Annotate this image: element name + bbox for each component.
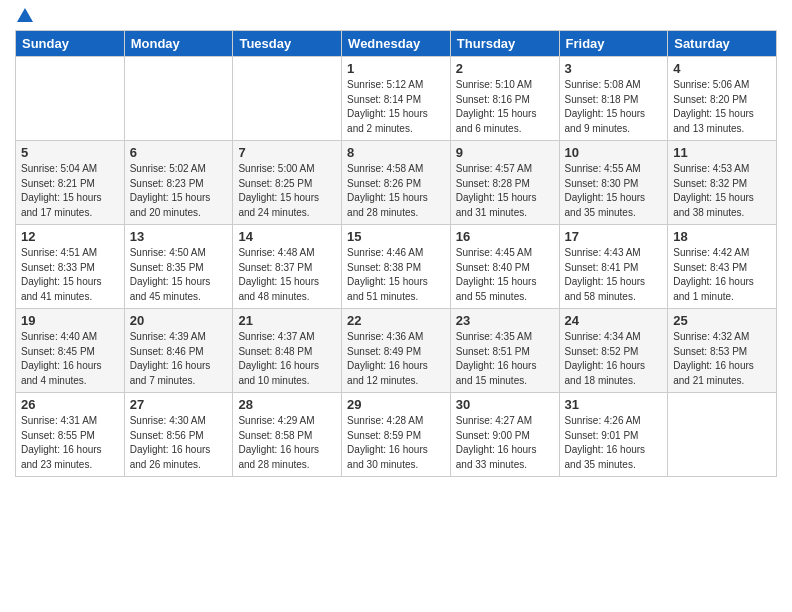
day-info: Sunrise: 4:36 AMSunset: 8:49 PMDaylight:… — [347, 330, 445, 388]
table-row: 20Sunrise: 4:39 AMSunset: 8:46 PMDayligh… — [124, 309, 233, 393]
day-number: 18 — [673, 229, 771, 244]
logo — [15, 10, 33, 22]
day-info: Sunrise: 4:40 AMSunset: 8:45 PMDaylight:… — [21, 330, 119, 388]
logo-triangle-icon — [17, 8, 33, 22]
table-row: 2Sunrise: 5:10 AMSunset: 8:16 PMDaylight… — [450, 57, 559, 141]
table-row: 8Sunrise: 4:58 AMSunset: 8:26 PMDaylight… — [342, 141, 451, 225]
day-info: Sunrise: 4:48 AMSunset: 8:37 PMDaylight:… — [238, 246, 336, 304]
day-info: Sunrise: 4:37 AMSunset: 8:48 PMDaylight:… — [238, 330, 336, 388]
day-info: Sunrise: 4:39 AMSunset: 8:46 PMDaylight:… — [130, 330, 228, 388]
day-number: 1 — [347, 61, 445, 76]
calendar: Sunday Monday Tuesday Wednesday Thursday… — [15, 30, 777, 477]
day-info: Sunrise: 4:43 AMSunset: 8:41 PMDaylight:… — [565, 246, 663, 304]
table-row: 14Sunrise: 4:48 AMSunset: 8:37 PMDayligh… — [233, 225, 342, 309]
table-row: 21Sunrise: 4:37 AMSunset: 8:48 PMDayligh… — [233, 309, 342, 393]
day-number: 23 — [456, 313, 554, 328]
day-number: 11 — [673, 145, 771, 160]
day-info: Sunrise: 4:32 AMSunset: 8:53 PMDaylight:… — [673, 330, 771, 388]
table-row: 5Sunrise: 5:04 AMSunset: 8:21 PMDaylight… — [16, 141, 125, 225]
table-row — [668, 393, 777, 477]
day-number: 19 — [21, 313, 119, 328]
day-number: 13 — [130, 229, 228, 244]
day-number: 22 — [347, 313, 445, 328]
day-info: Sunrise: 4:28 AMSunset: 8:59 PMDaylight:… — [347, 414, 445, 472]
day-number: 7 — [238, 145, 336, 160]
table-row: 12Sunrise: 4:51 AMSunset: 8:33 PMDayligh… — [16, 225, 125, 309]
table-row: 27Sunrise: 4:30 AMSunset: 8:56 PMDayligh… — [124, 393, 233, 477]
day-info: Sunrise: 5:10 AMSunset: 8:16 PMDaylight:… — [456, 78, 554, 136]
day-number: 26 — [21, 397, 119, 412]
col-monday: Monday — [124, 31, 233, 57]
table-row: 19Sunrise: 4:40 AMSunset: 8:45 PMDayligh… — [16, 309, 125, 393]
day-number: 29 — [347, 397, 445, 412]
day-number: 12 — [21, 229, 119, 244]
day-info: Sunrise: 4:31 AMSunset: 8:55 PMDaylight:… — [21, 414, 119, 472]
week-row-3: 12Sunrise: 4:51 AMSunset: 8:33 PMDayligh… — [16, 225, 777, 309]
day-info: Sunrise: 4:46 AMSunset: 8:38 PMDaylight:… — [347, 246, 445, 304]
day-number: 14 — [238, 229, 336, 244]
table-row — [124, 57, 233, 141]
table-row: 16Sunrise: 4:45 AMSunset: 8:40 PMDayligh… — [450, 225, 559, 309]
header-row: Sunday Monday Tuesday Wednesday Thursday… — [16, 31, 777, 57]
day-info: Sunrise: 4:29 AMSunset: 8:58 PMDaylight:… — [238, 414, 336, 472]
table-row: 29Sunrise: 4:28 AMSunset: 8:59 PMDayligh… — [342, 393, 451, 477]
col-wednesday: Wednesday — [342, 31, 451, 57]
day-info: Sunrise: 5:06 AMSunset: 8:20 PMDaylight:… — [673, 78, 771, 136]
page: Sunday Monday Tuesday Wednesday Thursday… — [0, 0, 792, 612]
table-row: 28Sunrise: 4:29 AMSunset: 8:58 PMDayligh… — [233, 393, 342, 477]
table-row: 17Sunrise: 4:43 AMSunset: 8:41 PMDayligh… — [559, 225, 668, 309]
table-row: 26Sunrise: 4:31 AMSunset: 8:55 PMDayligh… — [16, 393, 125, 477]
day-info: Sunrise: 4:35 AMSunset: 8:51 PMDaylight:… — [456, 330, 554, 388]
col-saturday: Saturday — [668, 31, 777, 57]
table-row: 6Sunrise: 5:02 AMSunset: 8:23 PMDaylight… — [124, 141, 233, 225]
day-number: 6 — [130, 145, 228, 160]
table-row: 10Sunrise: 4:55 AMSunset: 8:30 PMDayligh… — [559, 141, 668, 225]
day-number: 28 — [238, 397, 336, 412]
table-row: 30Sunrise: 4:27 AMSunset: 9:00 PMDayligh… — [450, 393, 559, 477]
col-friday: Friday — [559, 31, 668, 57]
day-info: Sunrise: 4:57 AMSunset: 8:28 PMDaylight:… — [456, 162, 554, 220]
day-number: 5 — [21, 145, 119, 160]
day-number: 30 — [456, 397, 554, 412]
table-row: 3Sunrise: 5:08 AMSunset: 8:18 PMDaylight… — [559, 57, 668, 141]
table-row: 22Sunrise: 4:36 AMSunset: 8:49 PMDayligh… — [342, 309, 451, 393]
day-number: 16 — [456, 229, 554, 244]
table-row: 13Sunrise: 4:50 AMSunset: 8:35 PMDayligh… — [124, 225, 233, 309]
table-row: 15Sunrise: 4:46 AMSunset: 8:38 PMDayligh… — [342, 225, 451, 309]
table-row — [16, 57, 125, 141]
day-info: Sunrise: 4:45 AMSunset: 8:40 PMDaylight:… — [456, 246, 554, 304]
day-info: Sunrise: 4:27 AMSunset: 9:00 PMDaylight:… — [456, 414, 554, 472]
day-number: 4 — [673, 61, 771, 76]
day-info: Sunrise: 4:30 AMSunset: 8:56 PMDaylight:… — [130, 414, 228, 472]
day-info: Sunrise: 4:55 AMSunset: 8:30 PMDaylight:… — [565, 162, 663, 220]
day-info: Sunrise: 4:50 AMSunset: 8:35 PMDaylight:… — [130, 246, 228, 304]
day-number: 24 — [565, 313, 663, 328]
day-info: Sunrise: 5:02 AMSunset: 8:23 PMDaylight:… — [130, 162, 228, 220]
day-info: Sunrise: 5:04 AMSunset: 8:21 PMDaylight:… — [21, 162, 119, 220]
table-row: 25Sunrise: 4:32 AMSunset: 8:53 PMDayligh… — [668, 309, 777, 393]
day-info: Sunrise: 4:58 AMSunset: 8:26 PMDaylight:… — [347, 162, 445, 220]
header — [15, 10, 777, 22]
day-number: 10 — [565, 145, 663, 160]
col-thursday: Thursday — [450, 31, 559, 57]
table-row: 18Sunrise: 4:42 AMSunset: 8:43 PMDayligh… — [668, 225, 777, 309]
week-row-2: 5Sunrise: 5:04 AMSunset: 8:21 PMDaylight… — [16, 141, 777, 225]
table-row: 11Sunrise: 4:53 AMSunset: 8:32 PMDayligh… — [668, 141, 777, 225]
day-info: Sunrise: 4:34 AMSunset: 8:52 PMDaylight:… — [565, 330, 663, 388]
day-info: Sunrise: 4:53 AMSunset: 8:32 PMDaylight:… — [673, 162, 771, 220]
week-row-1: 1Sunrise: 5:12 AMSunset: 8:14 PMDaylight… — [16, 57, 777, 141]
day-info: Sunrise: 5:12 AMSunset: 8:14 PMDaylight:… — [347, 78, 445, 136]
day-number: 17 — [565, 229, 663, 244]
week-row-4: 19Sunrise: 4:40 AMSunset: 8:45 PMDayligh… — [16, 309, 777, 393]
day-number: 8 — [347, 145, 445, 160]
table-row: 4Sunrise: 5:06 AMSunset: 8:20 PMDaylight… — [668, 57, 777, 141]
col-sunday: Sunday — [16, 31, 125, 57]
day-number: 15 — [347, 229, 445, 244]
day-number: 2 — [456, 61, 554, 76]
day-number: 21 — [238, 313, 336, 328]
day-number: 3 — [565, 61, 663, 76]
day-number: 27 — [130, 397, 228, 412]
day-info: Sunrise: 4:26 AMSunset: 9:01 PMDaylight:… — [565, 414, 663, 472]
table-row: 23Sunrise: 4:35 AMSunset: 8:51 PMDayligh… — [450, 309, 559, 393]
col-tuesday: Tuesday — [233, 31, 342, 57]
